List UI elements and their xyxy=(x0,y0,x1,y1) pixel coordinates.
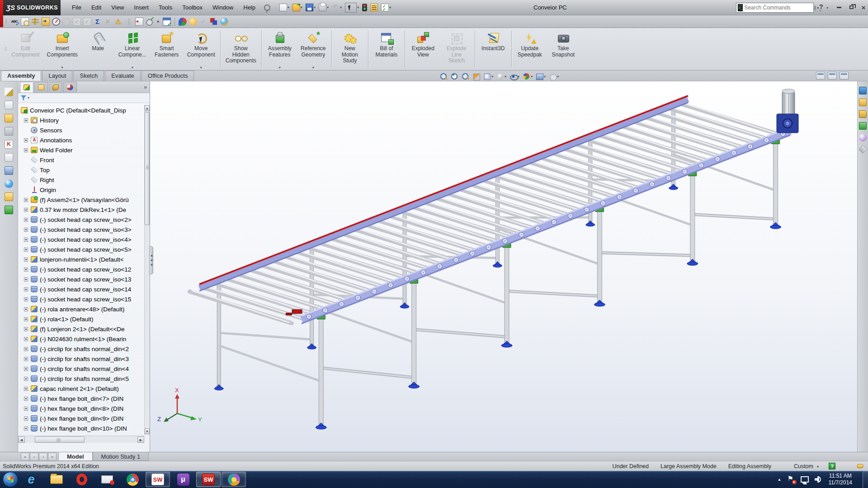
conveyor-model[interactable]: XYZ xyxy=(150,81,857,452)
tree-item[interactable]: (-) circlip for shafts normal_din<4 xyxy=(18,364,144,374)
print-button[interactable]: ▾ xyxy=(318,3,330,12)
quick-tip-help-icon[interactable]: ? xyxy=(829,463,835,469)
menu-window[interactable]: Window xyxy=(208,0,238,15)
tree-item[interactable]: Top xyxy=(18,165,144,175)
expand-toggle-icon[interactable] xyxy=(24,397,28,401)
tree-item[interactable]: (-) socket head cap screw_iso<12 xyxy=(18,264,144,274)
filter-dropdown-icon[interactable]: ▾ xyxy=(28,96,29,100)
expand-toggle-icon[interactable] xyxy=(24,357,28,361)
menu-view[interactable]: View xyxy=(106,0,129,15)
tree-item[interactable]: (-) circlip for shafts normal_din<3 xyxy=(18,354,144,364)
chrome-taskbar-button[interactable] xyxy=(120,472,145,487)
tab-sketch[interactable]: Sketch xyxy=(73,70,104,81)
solidworks-resources-icon[interactable] xyxy=(859,87,867,94)
book-icon[interactable] xyxy=(5,166,13,175)
view-palette-icon[interactable] xyxy=(859,122,867,130)
notebook-icon[interactable] xyxy=(5,114,13,122)
view-settings-button[interactable]: ▾ xyxy=(549,73,559,80)
dropdown-icon[interactable]: ▾ xyxy=(505,75,506,79)
new-document-button[interactable]: ▾ xyxy=(278,3,290,12)
tree-root-item[interactable]: Conveior PC (Default<Default_Disp xyxy=(18,105,144,115)
expand-toggle-icon[interactable] xyxy=(24,208,28,212)
search-input[interactable] xyxy=(744,5,814,11)
dropdown-icon[interactable]: ▾ xyxy=(301,5,302,9)
select-cursor-button[interactable]: ▾ xyxy=(344,2,360,13)
menu-help[interactable]: Help xyxy=(238,0,260,15)
apply-scene-button[interactable]: ▾ xyxy=(536,73,546,80)
expand-toggle-icon[interactable] xyxy=(24,287,28,291)
spell-check-icon[interactable]: ABC xyxy=(10,18,19,26)
zoom-fit-button[interactable] xyxy=(440,73,448,80)
expand-toggle-icon[interactable] xyxy=(24,238,28,242)
update-speedpak-button[interactable]: Update Speedpak xyxy=(513,28,547,70)
appearances-scenes-icon[interactable] xyxy=(859,134,867,141)
design-table-icon[interactable] xyxy=(163,18,171,26)
rebuild-traffic-light-button[interactable] xyxy=(361,3,368,12)
expand-toggle-icon[interactable] xyxy=(24,118,28,122)
checkbox-icon[interactable] xyxy=(73,18,81,26)
media-player-taskbar-button[interactable] xyxy=(222,472,246,487)
instant3d-button[interactable]: Instant3D xyxy=(476,28,510,70)
expand-toggle-icon[interactable] xyxy=(24,218,28,222)
tab-layout[interactable]: Layout xyxy=(42,70,72,81)
dropdown-icon[interactable]: ▾ xyxy=(279,66,281,70)
expand-toggle-icon[interactable] xyxy=(24,427,28,431)
help-dropdown-icon[interactable]: ▾ xyxy=(826,6,828,10)
dropdown-icon[interactable]: ▾ xyxy=(357,5,359,9)
tree-item[interactable]: (-) circlip for shafts normal_din<2 xyxy=(18,344,144,354)
tree-item[interactable]: Weld Folder xyxy=(18,145,144,155)
expand-toggle-icon[interactable] xyxy=(24,407,28,411)
dropdown-icon[interactable]: ▾ xyxy=(544,75,546,79)
tree-item[interactable]: History xyxy=(18,115,144,125)
minimize-button[interactable] xyxy=(834,4,844,11)
clipboard-icon[interactable] xyxy=(5,153,13,162)
dropdown-icon[interactable]: ▾ xyxy=(200,66,202,70)
file-explorer-icon[interactable] xyxy=(859,110,867,118)
search-scope-icon[interactable]: >_ xyxy=(738,4,743,11)
displaymanager-tab[interactable] xyxy=(63,82,77,93)
expand-toggle-icon[interactable] xyxy=(24,307,28,311)
tab-motion-study-1[interactable]: Motion Study 1 xyxy=(93,452,149,461)
undo-button[interactable]: ▾ xyxy=(331,3,343,12)
scroll-up-icon[interactable]: ▲ xyxy=(145,105,150,111)
verification-icon[interactable] xyxy=(146,18,154,26)
dropdown-icon[interactable]: ▾ xyxy=(557,75,559,79)
tree-item[interactable]: (-) socket head cap screw_iso<14 xyxy=(18,284,144,294)
panel-chevron-icon[interactable]: » xyxy=(144,84,147,90)
tree-item[interactable]: (-) rola<1> (Default) xyxy=(18,314,144,324)
volume-icon[interactable] xyxy=(815,476,821,483)
expand-toggle-icon[interactable] xyxy=(24,258,28,262)
configurationmanager-tab[interactable] xyxy=(49,82,62,93)
expand-toggle-icon[interactable] xyxy=(24,267,28,272)
tree-item[interactable]: 0.37 kw motor DikRev.1<1> (De xyxy=(18,205,144,215)
linear-component-pattern-button[interactable]: Linear Compone...▾ xyxy=(115,28,150,70)
pin-menu-icon[interactable] xyxy=(264,5,270,11)
search-dropdown-icon[interactable]: ▾ xyxy=(817,6,819,10)
propertymanager-tab[interactable] xyxy=(34,82,48,93)
internet-explorer-taskbar-button[interactable]: e xyxy=(19,472,43,487)
dropdown-icon[interactable]: ▾ xyxy=(340,5,342,9)
tree-item[interactable]: (-) socket head cap screw_iso<15 xyxy=(18,294,144,304)
exploded-view-button[interactable]: Exploded View xyxy=(406,28,440,70)
mail-taskbar-button[interactable] xyxy=(95,472,119,487)
tree-item[interactable]: (f) Lonjeron 2<1> (Default<<De xyxy=(18,324,144,334)
configuration-selector[interactable]: Custom ▴ xyxy=(794,463,819,469)
tree-item[interactable]: (-) rola antrenare<48> (Default) xyxy=(18,304,144,314)
tree-item[interactable]: (-) socket head cap screw_iso<5> xyxy=(18,244,144,254)
expand-toggle-icon[interactable] xyxy=(24,417,28,421)
dropdown-icon[interactable]: ▾ xyxy=(314,5,316,9)
dropdown-icon[interactable]: ▾ xyxy=(61,66,63,70)
show-hidden-components-button[interactable]: Show Hidden Components xyxy=(222,28,260,70)
scroll-right-icon[interactable]: ▶ xyxy=(137,436,144,443)
measure-icon[interactable] xyxy=(31,18,39,26)
scene-icon[interactable] xyxy=(189,18,197,26)
tray-expand-icon[interactable]: ▲ xyxy=(778,477,782,482)
opera-taskbar-button[interactable] xyxy=(70,472,94,487)
document-icon[interactable] xyxy=(5,101,13,109)
tree-item[interactable]: lonjeron-rulmentii<1> (Default< xyxy=(18,254,144,264)
design-library-icon[interactable] xyxy=(859,99,867,106)
bill-of-materials-button[interactable]: Bill of Materials xyxy=(370,28,403,70)
solidworks-active-taskbar-button[interactable]: SW xyxy=(196,472,221,487)
smart-fasteners-button[interactable]: Smart Fasteners xyxy=(150,28,184,70)
tree-item[interactable]: (-) hex flange bolt_din<10> (DIN xyxy=(18,423,144,433)
